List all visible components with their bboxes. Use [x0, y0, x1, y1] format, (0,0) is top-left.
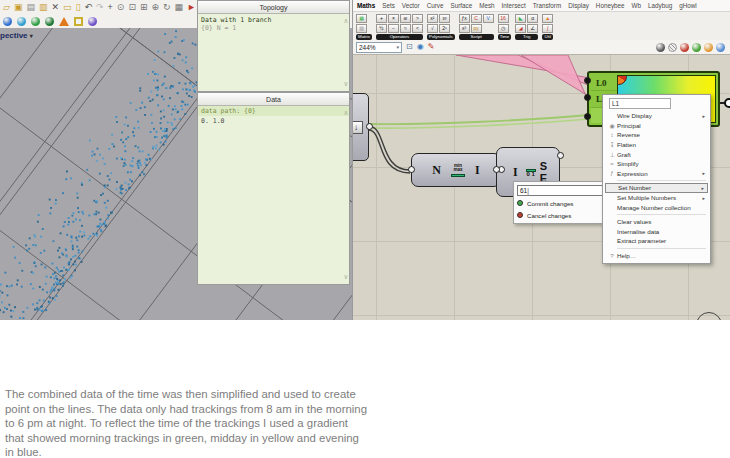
preview-shaded-sphere-icon[interactable]	[680, 43, 689, 52]
menu-item-reverse[interactable]: ↕Reverse	[605, 130, 708, 140]
toolbar-icon[interactable]: ≋	[400, 14, 411, 23]
menu-item-expression[interactable]: ƒExpression▸	[605, 169, 708, 179]
cylinder-purple-icon[interactable]	[88, 17, 97, 26]
bounds-component[interactable]: N min max I	[411, 153, 501, 187]
sphere-darkgreen-icon[interactable]	[45, 17, 54, 26]
wire[interactable]	[369, 130, 410, 173]
toolbar-icon[interactable]: x³	[459, 24, 470, 33]
magnifier-icon[interactable]: ⊕	[151, 3, 159, 12]
gradient-grip-icon[interactable]	[617, 75, 627, 85]
toolbar-icon[interactable]: xʸ	[439, 14, 450, 23]
menu-item-wire-display[interactable]: Wire Display▸	[605, 111, 708, 121]
gradient-input-l0[interactable]: L0	[591, 75, 617, 91]
gh-tab-wb[interactable]: Wb	[632, 2, 641, 9]
gh-tab-display[interactable]: Display	[568, 2, 589, 9]
gradient-output-nub[interactable]	[724, 98, 730, 108]
rotate-view-icon[interactable]: ↻	[163, 3, 171, 12]
parameter-name-field[interactable]: L1	[609, 98, 671, 109]
sphere-blue-icon[interactable]	[716, 43, 725, 52]
zoom-level-select[interactable]: 244%▾	[356, 42, 402, 53]
toolbar-icon[interactable]: 2ⁿ	[439, 24, 450, 33]
cancel-changes-item[interactable]: Cancel changes	[517, 210, 605, 220]
gh-tab-vector[interactable]: Vector	[402, 2, 420, 9]
toolbar-icon[interactable]: <	[412, 24, 423, 33]
down-arrow-icon[interactable]: ↓	[353, 121, 363, 134]
data-panel-title[interactable]: Data	[198, 93, 349, 106]
gh-tab-honeybee[interactable]: Honeybee	[596, 2, 625, 9]
preview-off-sphere-icon[interactable]	[656, 43, 665, 52]
frame-view-icon[interactable]: ⊡	[406, 43, 413, 51]
undo-icon[interactable]: ↶	[84, 3, 92, 12]
output-nub[interactable]	[557, 152, 564, 159]
gh-tab-intersect[interactable]: Intersect	[502, 2, 526, 9]
menu-item-principal[interactable]: ◉Principal	[605, 121, 708, 131]
viewport-title[interactable]: pective ▾	[0, 31, 33, 40]
move-icon[interactable]: ►	[187, 3, 196, 12]
menu-item-extract-parameter[interactable]: Extract parameter	[605, 236, 708, 246]
save-icon[interactable]: ▣	[14, 3, 23, 12]
toolbar-icon[interactable]: >	[412, 14, 423, 23]
gh-tab-surface[interactable]: Surface	[450, 2, 472, 9]
gradient-input-nub[interactable]	[584, 77, 591, 84]
preview-wire-sphere-icon[interactable]	[668, 43, 677, 52]
number-input[interactable]: 61|	[517, 185, 606, 196]
scroll-up-icon[interactable]: ∧	[344, 18, 348, 25]
red-pen-icon[interactable]: ✎	[428, 43, 435, 51]
toolbar-icon[interactable]: C	[471, 14, 482, 23]
sphere-blue-icon[interactable]	[3, 17, 12, 26]
zoom-extents-icon[interactable]: ⊞	[140, 3, 148, 12]
print-icon[interactable]: ▤	[26, 3, 35, 12]
zoom-window-icon[interactable]: ⊡	[128, 3, 136, 12]
toolbar-icon[interactable]: py	[471, 24, 482, 33]
toolbar-icon[interactable]: ▲	[542, 14, 553, 23]
viewport-menu-arrow-icon[interactable]: ▾	[30, 33, 33, 39]
menu-item-manage-number-collection[interactable]: Manage Number collection	[605, 202, 708, 212]
open-icon[interactable]: ▱	[3, 3, 10, 12]
new-file-icon[interactable]: ▥	[39, 3, 48, 12]
frame-yellow-icon[interactable]	[74, 17, 83, 26]
gh-tab-curve[interactable]: Curve	[427, 2, 444, 9]
gh-tab-sets[interactable]: Sets	[382, 2, 395, 9]
toolbar-icon[interactable]: α	[527, 14, 538, 23]
copy-icon[interactable]: ▭	[63, 3, 72, 12]
toolbar-icon[interactable]: V	[483, 14, 494, 23]
menu-item-clear-values[interactable]: Clear values	[605, 217, 708, 227]
scroll-down-icon[interactable]: ∨	[344, 81, 348, 88]
output-nub[interactable]	[366, 123, 373, 130]
cone-orange-icon[interactable]	[59, 17, 69, 26]
zoom-icon[interactable]: ⊙	[117, 3, 125, 12]
toolbar-icon[interactable]: ◷	[498, 24, 509, 33]
paste-icon[interactable]: ▯	[76, 3, 81, 12]
preview-eye-icon[interactable]: ◉	[417, 43, 424, 51]
redo-icon[interactable]: ↷	[96, 3, 104, 12]
toolbar-icon[interactable]: 16	[498, 14, 509, 23]
menu-item-set-number[interactable]: Set Number▸	[605, 183, 708, 193]
gh-tab-ghowl[interactable]: gHowl	[679, 2, 697, 9]
gh-tab-transform[interactable]: Transform	[533, 2, 561, 9]
scroll-up-icon[interactable]: ∧	[344, 110, 348, 117]
wire[interactable]	[369, 126, 410, 170]
gh-tab-ladybug[interactable]: Ladybug	[648, 2, 672, 9]
toolbar-icon[interactable]: −	[388, 24, 399, 33]
toolbar-icon[interactable]: ×	[388, 14, 399, 23]
gradient-input-nub[interactable]	[584, 113, 591, 120]
pan-icon[interactable]: +	[108, 3, 113, 12]
menu-item-internalise-data[interactable]: Internalise data	[605, 227, 708, 237]
toolbar-icon[interactable]: ≈	[400, 24, 411, 33]
toolbar-icon[interactable]: ▦	[356, 14, 367, 23]
toolbar-icon[interactable]: ◢	[515, 24, 526, 33]
sphere-green-icon[interactable]	[31, 17, 40, 26]
toolbar-icon[interactable]: +	[376, 14, 387, 23]
menu-item-simplify[interactable]: ≈Simplify	[605, 159, 708, 169]
toolbar-icon[interactable]: ▥	[356, 24, 367, 33]
topology-panel-title[interactable]: Topology	[198, 1, 349, 14]
menu-item-graft[interactable]: ⊥Graft	[605, 149, 708, 159]
gradient-input-nub[interactable]	[584, 94, 591, 101]
input-nub[interactable]	[408, 166, 415, 173]
delete-icon[interactable]: ✕	[51, 3, 59, 12]
toolbar-icon[interactable]: ∫	[542, 24, 553, 33]
toolbar-icon[interactable]: ƒx	[459, 14, 470, 23]
menu-item-set-multiple-numbers[interactable]: Set Multiple Numbers▸	[605, 193, 708, 203]
sphere-green-icon[interactable]	[692, 43, 701, 52]
menu-item-flatten[interactable]: ↧Flatten	[605, 140, 708, 150]
